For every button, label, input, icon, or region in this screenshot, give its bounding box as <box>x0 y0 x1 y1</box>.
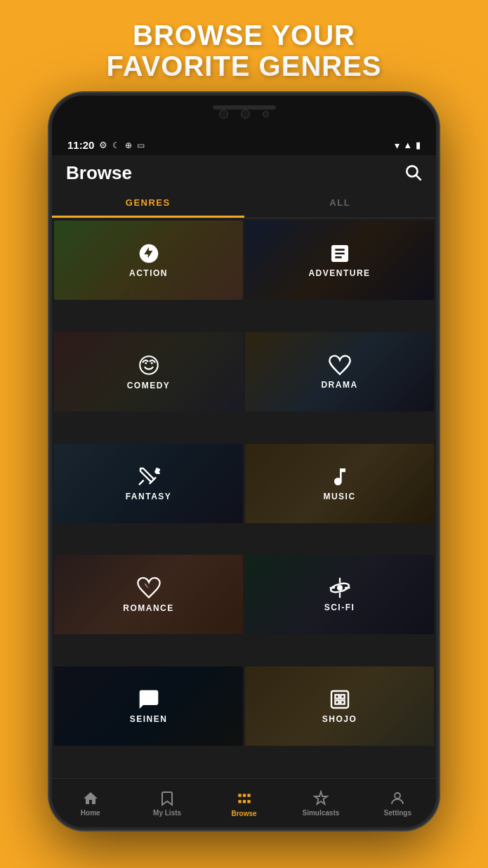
adventure-icon <box>329 242 351 265</box>
page-header: BROWSE YOUR FAVORITE GENRES <box>85 0 402 93</box>
genre-card-action[interactable]: ACTION <box>54 221 243 300</box>
shojo-label: SHOJO <box>322 714 357 724</box>
genre-card-seinen[interactable]: SEINEN <box>54 666 243 746</box>
seinen-icon <box>138 688 160 711</box>
svg-point-3 <box>145 362 147 364</box>
genre-card-shojo[interactable]: SHOJO <box>245 666 434 746</box>
svg-point-6 <box>337 585 343 591</box>
front-camera-left <box>219 110 228 119</box>
drama-icon <box>329 354 351 376</box>
signal-icon: ▲ <box>403 140 412 150</box>
tab-genres[interactable]: GENRES <box>52 190 244 218</box>
adventure-label: ADVENTURE <box>308 268 370 278</box>
phone-frame: 11:20 ⚙ ☾ ⊕ ▭ ▾ ▲ ▮ Browse GENR <box>49 93 439 830</box>
browse-icon <box>235 789 253 808</box>
nav-simulcasts[interactable]: Simulcasts <box>282 779 359 827</box>
nav-home[interactable]: Home <box>52 779 128 827</box>
svg-point-2 <box>140 356 158 374</box>
moon-icon: ☾ <box>112 140 120 150</box>
tab-all[interactable]: ALL <box>244 190 437 218</box>
svg-point-8 <box>395 793 400 798</box>
wifi-icon: ▾ <box>395 140 400 151</box>
nav-settings[interactable]: Settings <box>360 779 436 827</box>
nav-my-lists[interactable]: My Lists <box>128 779 205 827</box>
app-title: Browse <box>66 162 132 184</box>
genre-card-music[interactable]: MUSIC <box>245 444 434 523</box>
nav-home-label: Home <box>81 809 100 817</box>
nav-browse[interactable]: Browse <box>206 779 282 827</box>
nav-browse-label: Browse <box>231 810 256 817</box>
music-label: MUSIC <box>323 492 355 501</box>
shojo-icon <box>329 688 351 711</box>
svg-point-4 <box>150 362 152 364</box>
genres-grid: ACTION ADVENTURE <box>52 218 436 778</box>
sync-icon: ⊕ <box>125 140 132 150</box>
fantasy-label: FANTASY <box>126 492 172 501</box>
battery-icon: ▮ <box>416 140 421 150</box>
time-display: 11:20 <box>67 139 94 151</box>
home-icon <box>82 790 99 807</box>
genre-card-drama[interactable]: DRAMA <box>245 332 434 412</box>
seinen-label: SEINEN <box>130 714 168 724</box>
nav-simulcasts-label: Simulcasts <box>303 809 340 817</box>
music-icon <box>329 466 351 488</box>
genre-card-comedy[interactable]: COMEDY <box>54 332 243 412</box>
status-left: 11:20 ⚙ ☾ ⊕ ▭ <box>67 139 145 151</box>
comedy-icon <box>137 353 161 377</box>
bookmark-icon <box>159 790 176 807</box>
search-icon <box>404 163 422 181</box>
genre-card-adventure[interactable]: ADVENTURE <box>245 221 434 300</box>
status-right: ▾ ▲ ▮ <box>395 140 421 151</box>
action-icon <box>138 242 160 265</box>
svg-rect-7 <box>331 691 348 708</box>
battery-icon-small: ▭ <box>137 140 145 150</box>
nav-mylists-label: My Lists <box>153 809 181 817</box>
svg-line-1 <box>416 175 421 179</box>
settings-icon: ⚙ <box>99 140 107 150</box>
header-title: BROWSE YOUR FAVORITE GENRES <box>106 20 381 81</box>
genre-card-romance[interactable]: ROMANCE <box>54 555 243 634</box>
romance-icon <box>137 576 161 600</box>
settings-nav-icon <box>389 790 406 807</box>
app-header: Browse <box>52 155 436 190</box>
scifi-icon <box>329 577 351 599</box>
front-sensor <box>263 111 269 117</box>
nav-settings-label: Settings <box>384 809 411 817</box>
genre-card-scifi[interactable]: SCI-FI <box>245 555 434 634</box>
app-screen: Browse GENRES ALL <box>52 155 436 827</box>
scifi-label: SCI-FI <box>324 603 355 612</box>
phone-top-hardware <box>52 96 436 138</box>
drama-label: DRAMA <box>321 380 357 390</box>
tabs-bar: GENRES ALL <box>52 190 436 218</box>
bottom-nav: Home My Lists Browse Si <box>52 778 436 827</box>
fantasy-icon <box>138 466 160 488</box>
search-button[interactable] <box>404 163 422 184</box>
simulcasts-icon <box>312 790 329 807</box>
comedy-label: COMEDY <box>127 381 171 390</box>
status-bar: 11:20 ⚙ ☾ ⊕ ▭ ▾ ▲ ▮ <box>52 138 436 155</box>
genre-card-fantasy[interactable]: FANTASY <box>54 444 243 523</box>
action-label: ACTION <box>129 268 168 278</box>
front-camera-right <box>241 110 250 119</box>
romance-label: ROMANCE <box>123 603 174 613</box>
